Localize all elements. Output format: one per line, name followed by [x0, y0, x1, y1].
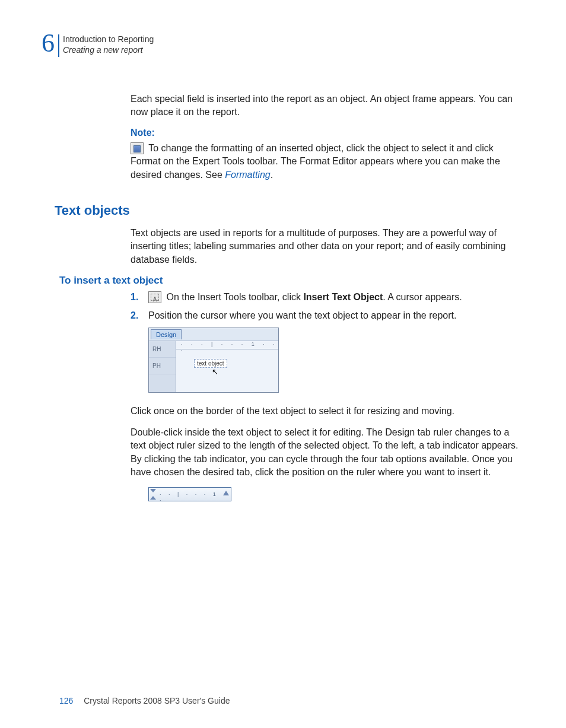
- format-icon: [131, 142, 144, 154]
- ruler: · · · | · · · 1 · · ·: [176, 341, 278, 349]
- after-screenshot-p1: Click once on the border of the text obj…: [131, 405, 524, 418]
- ruler-ticks: · · | · · · 1 ·: [160, 491, 221, 503]
- cursor-icon: ↖: [212, 367, 218, 376]
- step1-text-a: On the Insert Tools toolbar, click: [164, 292, 303, 302]
- intro-paragraph: Each special field is inserted into the …: [131, 93, 524, 119]
- step2-text: Position the cursor where you want the t…: [148, 310, 456, 320]
- step1-bold: Insert Text Object: [303, 292, 383, 302]
- page-header: 6 Introduction to Reporting Creating a n…: [42, 33, 524, 57]
- step-2: 2. Position the cursor where you want th…: [131, 309, 524, 322]
- design-view-screenshot: Design RH PH · · · | · · · 1 · · · text …: [148, 328, 279, 393]
- page-footer: 126 Crystal Reports 2008 SP3 User's Guid…: [59, 696, 230, 705]
- step-number-1: 1.: [131, 290, 138, 304]
- tab-indicator-icon: [150, 489, 156, 500]
- chapter-number: 6: [42, 33, 55, 53]
- step-number-2: 2.: [131, 309, 138, 322]
- steps-list: 1. On the Insert Tools toolbar, click In…: [131, 290, 524, 322]
- heading-text-objects: Text objects: [55, 203, 524, 218]
- section-ph: PH: [149, 358, 176, 374]
- note-body: To change the formatting of an inserted …: [131, 142, 524, 182]
- note-label: Note:: [131, 128, 524, 138]
- page-number: 126: [59, 696, 73, 705]
- heading-to-insert: To insert a text object: [59, 275, 524, 287]
- note-text-a: To change the formatting of an inserted …: [131, 143, 500, 180]
- section-rh: RH: [149, 341, 176, 358]
- design-canvas: · · · | · · · 1 · · · text object ↖: [176, 341, 278, 392]
- breadcrumb-main: Introduction to Reporting: [63, 34, 154, 44]
- formatting-link[interactable]: Formatting: [225, 170, 270, 180]
- ruler-right-marker-icon: [223, 491, 229, 495]
- step-1: 1. On the Insert Tools toolbar, click In…: [131, 290, 524, 304]
- design-tab-row: Design: [149, 328, 278, 341]
- after-screenshot-p2: Double-click inside the text object to s…: [131, 426, 524, 479]
- section-gutter: RH PH: [149, 341, 176, 392]
- step1-text-b: . A cursor appears.: [383, 292, 462, 302]
- chapter-divider: [58, 34, 59, 57]
- text-object-frame: text object: [194, 359, 227, 368]
- breadcrumb-sub: Creating a new report: [63, 44, 154, 55]
- design-tab: Design: [151, 329, 182, 339]
- text-objects-desc: Text objects are used in reports for a m…: [131, 227, 524, 266]
- insert-text-object-icon: [148, 291, 161, 303]
- note-text-b: .: [271, 170, 273, 180]
- breadcrumb: Introduction to Reporting Creating a new…: [63, 34, 154, 55]
- text-object-ruler-screenshot: · · | · · · 1 ·: [148, 487, 231, 501]
- footer-title: Crystal Reports 2008 SP3 User's Guide: [84, 696, 230, 705]
